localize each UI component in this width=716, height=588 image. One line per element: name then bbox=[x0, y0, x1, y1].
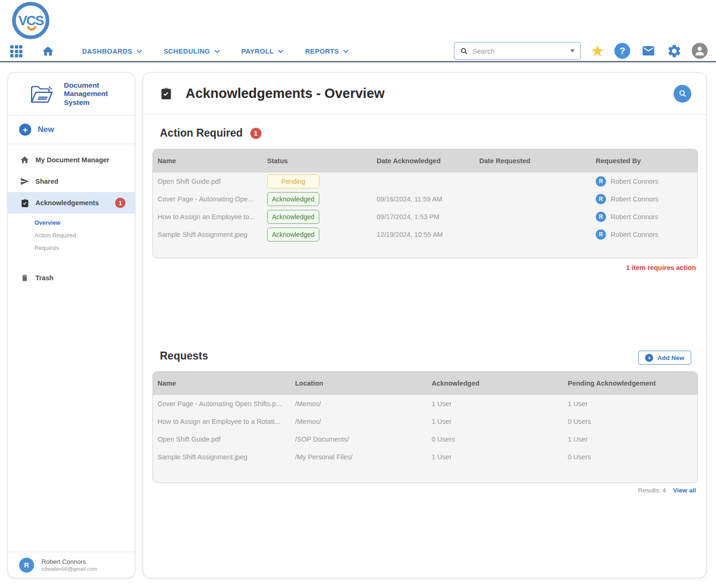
requests-heading: Requests bbox=[160, 350, 208, 362]
requested-by-name: Robert Connors bbox=[611, 178, 658, 185]
chevron-down-icon bbox=[214, 49, 220, 53]
avatar: R bbox=[596, 229, 606, 240]
requests-title: Requests bbox=[160, 350, 208, 362]
sidebar-item-shared[interactable]: Shared bbox=[8, 171, 135, 192]
table-row[interactable]: Sample Shift Assignment.jpeg Acknowledge… bbox=[153, 226, 697, 243]
cell-name: Open Shift Guide.pdf bbox=[153, 178, 262, 185]
search-icon bbox=[460, 47, 468, 55]
col-location: Location bbox=[290, 380, 427, 387]
table-row[interactable]: Sample Shift Assignment.jpeg /My Persona… bbox=[153, 448, 697, 466]
col-status: Status bbox=[262, 157, 372, 165]
nav-payroll-label: PAYROLL bbox=[241, 48, 274, 55]
cell-acknowledged: 1 User bbox=[427, 400, 563, 408]
submenu-requests[interactable]: Requests bbox=[34, 245, 135, 251]
clipboard-check-icon bbox=[160, 87, 172, 100]
cell-pending: 0 Users bbox=[563, 453, 697, 461]
cell-date-acknowledged: 12/19/2024, 10:55 AM bbox=[372, 231, 475, 238]
chevron-down-icon bbox=[137, 49, 142, 53]
add-new-button[interactable]: + Add New bbox=[638, 351, 691, 365]
apps-grid-icon[interactable] bbox=[10, 45, 22, 57]
col-requested-by: Requested By bbox=[591, 157, 697, 165]
cell-location: /My Personal Files/ bbox=[290, 453, 427, 461]
table-header: Name Status Date Acknowledged Date Reque… bbox=[153, 149, 697, 173]
plus-icon: + bbox=[19, 124, 31, 136]
user-email: sdwalter66@gmail.com bbox=[41, 566, 97, 572]
table-header: Name Location Acknowledged Pending Ackno… bbox=[153, 372, 697, 395]
search-input[interactable] bbox=[473, 47, 565, 55]
action-required-badge: 1 bbox=[250, 128, 262, 139]
mail-icon[interactable] bbox=[640, 44, 657, 58]
col-pending-acknowledgement: Pending Acknowledgement bbox=[563, 380, 697, 387]
search-icon bbox=[678, 89, 687, 98]
action-required-title: Action Required bbox=[160, 127, 243, 139]
sidebar-item-label: Trash bbox=[35, 274, 54, 282]
cell-date-acknowledged: 09/16/2024, 11:59 AM bbox=[372, 195, 475, 203]
acknowledgements-badge: 1 bbox=[115, 198, 125, 208]
table-row[interactable]: Open Shift Guide.pdf /SOP Documents/ 0 U… bbox=[153, 430, 697, 448]
sidebar-item-label: My Document Manager bbox=[35, 156, 110, 164]
app-title: Document Management System bbox=[64, 81, 115, 107]
settings-gear-icon[interactable] bbox=[667, 43, 682, 59]
favorites-star-icon[interactable]: ★ bbox=[591, 43, 605, 59]
requests-table: Name Location Acknowledged Pending Ackno… bbox=[152, 371, 698, 483]
nav-dashboards[interactable]: DASHBOARDS bbox=[82, 48, 142, 55]
main-header: Acknowledgements - Overview bbox=[143, 73, 706, 115]
nav-scheduling[interactable]: SCHEDULING bbox=[164, 48, 220, 55]
cell-location: /Memos/ bbox=[290, 418, 427, 425]
requested-by-name: Robert Connors bbox=[611, 213, 658, 221]
results-footer: Results: 4 View all bbox=[638, 487, 696, 494]
trash-icon bbox=[20, 274, 29, 282]
status-badge: Acknowledged bbox=[267, 192, 319, 206]
acknowledgements-submenu: Overview Action Required Requests bbox=[8, 214, 135, 251]
cell-location: /SOP Documents/ bbox=[290, 436, 427, 443]
submenu-action-required[interactable]: Action Required bbox=[34, 232, 135, 239]
view-all-link[interactable]: View all bbox=[673, 487, 696, 494]
cell-name: How to Assign an Employee to a Rotati... bbox=[153, 418, 290, 425]
cell-location: /Memos/ bbox=[290, 400, 427, 408]
sidebar-user[interactable]: R Robert Connors sdwalter66@gmail.com bbox=[8, 552, 135, 578]
table-row[interactable]: Cover Page - Automating Open Shifts.p...… bbox=[153, 395, 697, 413]
cell-requested-by: R Robert Connors bbox=[591, 229, 697, 240]
table-row[interactable]: How to Assign an Employee to... Acknowle… bbox=[153, 208, 697, 226]
action-required-heading: Action Required 1 bbox=[160, 127, 262, 139]
table-row[interactable]: How to Assign an Employee to a Rotati...… bbox=[153, 413, 697, 430]
main-nav: DASHBOARDS SCHEDULING PAYROLL REPORTS bbox=[10, 42, 349, 61]
home-icon[interactable] bbox=[41, 44, 57, 58]
search-scope-caret-icon[interactable] bbox=[570, 49, 575, 52]
logo-text: VCS bbox=[18, 13, 43, 28]
plus-icon: + bbox=[645, 354, 653, 362]
col-acknowledged: Acknowledged bbox=[427, 380, 563, 387]
clipboard-check-icon bbox=[20, 199, 29, 208]
status-badge: Acknowledged bbox=[267, 228, 319, 242]
col-name: Name bbox=[153, 380, 290, 387]
panel-search-button[interactable] bbox=[674, 85, 691, 103]
table-row[interactable]: Cover Page - Automating Ope... Acknowled… bbox=[153, 190, 697, 208]
table-row[interactable]: Open Shift Guide.pdf Pending R Robert Co… bbox=[153, 173, 697, 190]
cell-name: Sample Shift Assignment.jpeg bbox=[153, 231, 262, 238]
sidebar-item-my-document-manager[interactable]: My Document Manager bbox=[8, 149, 135, 171]
global-search-box[interactable] bbox=[454, 42, 581, 60]
chevron-down-icon bbox=[343, 49, 349, 53]
add-new-label: Add New bbox=[657, 354, 684, 361]
help-icon[interactable]: ? bbox=[614, 43, 630, 59]
results-count: Results: 4 bbox=[638, 487, 666, 494]
cell-pending: 1 User bbox=[563, 400, 697, 408]
sidebar-item-acknowledgements[interactable]: Acknowledgements 1 bbox=[8, 192, 135, 214]
sidebar: Document Management System + New My Docu… bbox=[7, 72, 135, 578]
nav-reports-label: REPORTS bbox=[305, 48, 339, 55]
nav-payroll[interactable]: PAYROLL bbox=[241, 48, 284, 55]
sidebar-item-trash[interactable]: Trash bbox=[8, 267, 135, 289]
vcs-logo[interactable]: VCS bbox=[12, 2, 49, 39]
submenu-overview[interactable]: Overview bbox=[34, 220, 135, 226]
new-label: New bbox=[38, 125, 54, 134]
nav-items: DASHBOARDS SCHEDULING PAYROLL REPORTS bbox=[82, 48, 349, 55]
cell-date-acknowledged: 09/17/2024, 1:53 PM bbox=[372, 213, 475, 221]
cell-name: Cover Page - Automating Ope... bbox=[153, 195, 262, 203]
new-button[interactable]: + New bbox=[8, 116, 135, 144]
cell-requested-by: R Robert Connors bbox=[591, 212, 697, 222]
chevron-down-icon bbox=[278, 49, 283, 53]
nav-reports[interactable]: REPORTS bbox=[305, 48, 349, 55]
profile-icon[interactable] bbox=[692, 43, 708, 59]
status-badge: Acknowledged bbox=[267, 210, 319, 224]
status-badge: Pending bbox=[267, 174, 319, 188]
